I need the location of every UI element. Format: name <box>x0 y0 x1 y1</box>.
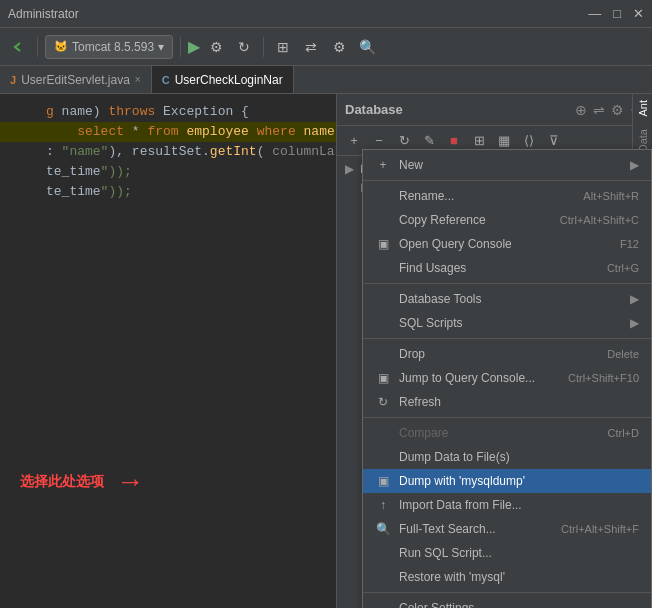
find-usages-icon <box>375 260 391 276</box>
open-query-icon: ▣ <box>375 236 391 252</box>
code-line-1: g name) throws Exception { <box>0 102 336 122</box>
menu-item-open-query[interactable]: ▣ Open Query Console F12 <box>363 232 651 256</box>
maximize-button[interactable]: □ <box>613 6 621 21</box>
refresh-icon: ↻ <box>375 394 391 410</box>
run-button[interactable]: ▶ <box>188 37 200 56</box>
menu-item-find-usages[interactable]: Find Usages Ctrl+G <box>363 256 651 280</box>
full-text-icon: 🔍 <box>375 521 391 537</box>
code-editor[interactable]: g name) throws Exception { select * from… <box>0 94 337 608</box>
tomcat-dropdown-icon: ▾ <box>158 40 164 54</box>
menu-label-refresh: Refresh <box>399 395 441 409</box>
jump-query-icon: ▣ <box>375 370 391 386</box>
settings-button[interactable]: ⚙ <box>327 35 351 59</box>
menu-item-full-text[interactable]: 🔍 Full-Text Search... Ctrl+Alt+Shift+F <box>363 517 651 541</box>
main-area: g name) throws Exception { select * from… <box>0 94 652 608</box>
search-button[interactable]: 🔍 <box>355 35 379 59</box>
menu-label-full-text: Full-Text Search... <box>399 522 496 536</box>
dump-file-icon <box>375 449 391 465</box>
main-toolbar: 🐱 Tomcat 8.5.593 ▾ ▶ ⚙ ↻ ⊞ ⇄ ⚙ 🔍 <box>0 28 652 66</box>
find-usages-shortcut: Ctrl+G <box>607 262 639 274</box>
menu-label-copy-ref: Copy Reference <box>399 213 486 227</box>
tomcat-selector[interactable]: 🐱 Tomcat 8.5.593 ▾ <box>45 35 173 59</box>
toolbar-sep-2 <box>180 37 181 57</box>
build-button[interactable]: ⚙ <box>204 35 228 59</box>
window-controls: — □ ✕ <box>588 6 644 21</box>
code-line-5: te_time")); <box>0 162 336 182</box>
tab-bar: J UserEditServlet.java × C UserCheckLogi… <box>0 66 652 94</box>
minimize-button[interactable]: — <box>588 6 601 21</box>
sep-5 <box>363 592 651 593</box>
menu-label-find-usages: Find Usages <box>399 261 466 275</box>
menu-item-dump-mysql[interactable]: ▣ Dump with 'mysqldump' <box>363 469 651 493</box>
db-layout-icon[interactable]: ⇌ <box>593 102 605 118</box>
compare-icon <box>375 425 391 441</box>
tab-usereditservlet[interactable]: J UserEditServlet.java × <box>0 66 152 93</box>
menu-item-run-sql[interactable]: Run SQL Script... <box>363 541 651 565</box>
arrow-right-icon: → <box>116 466 144 498</box>
menu-label-db-tools: Database Tools <box>399 292 482 306</box>
copy-ref-icon <box>375 212 391 228</box>
menu-label-import-file: Import Data from File... <box>399 498 522 512</box>
menu-label-compare: Compare <box>399 426 448 440</box>
menu-item-restore-mysql[interactable]: Restore with 'mysql' <box>363 565 651 589</box>
tab-userchecklogin[interactable]: C UserCheckLoginNar <box>152 66 294 93</box>
db-globe-icon[interactable]: ⊕ <box>575 102 587 118</box>
db-panel-title: Database <box>345 102 569 117</box>
db-settings-icon[interactable]: ⚙ <box>611 102 624 118</box>
import-file-icon: ↑ <box>375 497 391 513</box>
db-tools-sub-icon: ▶ <box>630 292 639 306</box>
menu-label-new: New <box>399 158 423 172</box>
jump-query-shortcut: Ctrl+Shift+F10 <box>568 372 639 384</box>
context-menu: + New ▶ Rename... Alt+Shift+R Copy Refer… <box>362 149 652 608</box>
toolbar-sep-3 <box>263 37 264 57</box>
tab-label-2: UserCheckLoginNar <box>175 73 283 87</box>
menu-item-compare: Compare Ctrl+D <box>363 421 651 445</box>
reload-button[interactable]: ↻ <box>232 35 256 59</box>
menu-label-open-query: Open Query Console <box>399 237 512 251</box>
code-line-sql: select * from employee where name like ?… <box>0 122 336 142</box>
tab-close-1[interactable]: × <box>135 74 141 85</box>
tab-class-icon: C <box>162 74 170 86</box>
menu-item-import-file[interactable]: ↑ Import Data from File... <box>363 493 651 517</box>
menu-item-sql-scripts[interactable]: SQL Scripts ▶ <box>363 311 651 335</box>
menu-item-db-tools[interactable]: Database Tools ▶ <box>363 287 651 311</box>
menu-label-rename: Rename... <box>399 189 454 203</box>
code-line-4: : "name"), resultSet.getInt( columnLabel… <box>0 142 336 162</box>
side-tab-ant[interactable]: Ant <box>635 94 651 123</box>
dump-mysql-icon: ▣ <box>375 473 391 489</box>
menu-item-jump-query[interactable]: ▣ Jump to Query Console... Ctrl+Shift+F1… <box>363 366 651 390</box>
open-query-shortcut: F12 <box>620 238 639 250</box>
sep-4 <box>363 417 651 418</box>
copy-ref-shortcut: Ctrl+Alt+Shift+C <box>560 214 639 226</box>
rename-icon <box>375 188 391 204</box>
code-line-6: te_time")); <box>0 182 336 202</box>
menu-item-copy-ref[interactable]: Copy Reference Ctrl+Alt+Shift+C <box>363 208 651 232</box>
db-panel: Database ⊕ ⇌ ⚙ ⋯ + − ↻ ✎ ■ ⊞ ▦ ⟨⟩ ⊽ ▶ 🖥 … <box>337 94 652 608</box>
translate-button[interactable]: ⇄ <box>299 35 323 59</box>
db-tools-icon <box>375 291 391 307</box>
menu-item-color-settings[interactable]: Color Settings... <box>363 596 651 608</box>
menu-label-jump-query: Jump to Query Console... <box>399 371 535 385</box>
back-button[interactable] <box>6 35 30 59</box>
menu-item-drop[interactable]: Drop Delete <box>363 342 651 366</box>
sep-3 <box>363 338 651 339</box>
tomcat-label: Tomcat 8.5.593 <box>72 40 154 54</box>
menu-label-sql-scripts: SQL Scripts <box>399 316 463 330</box>
tree-expand-icon: ▶ <box>345 162 354 176</box>
rename-shortcut: Alt+Shift+R <box>583 190 639 202</box>
drop-icon <box>375 346 391 362</box>
menu-item-dump-file[interactable]: Dump Data to File(s) <box>363 445 651 469</box>
new-icon: + <box>375 157 391 173</box>
menu-item-rename[interactable]: Rename... Alt+Shift+R <box>363 184 651 208</box>
menu-label-run-sql: Run SQL Script... <box>399 546 492 560</box>
tab-java-icon: J <box>10 74 16 86</box>
color-settings-icon <box>375 600 391 608</box>
menu-item-new[interactable]: + New ▶ <box>363 153 651 177</box>
menu-label-color-settings: Color Settings... <box>399 601 484 608</box>
code-content: g name) throws Exception { select * from… <box>0 94 336 210</box>
tab-label-1: UserEditServlet.java <box>21 73 130 87</box>
layout-button[interactable]: ⊞ <box>271 35 295 59</box>
menu-item-refresh[interactable]: ↻ Refresh <box>363 390 651 414</box>
close-button[interactable]: ✕ <box>633 6 644 21</box>
compare-shortcut: Ctrl+D <box>608 427 639 439</box>
